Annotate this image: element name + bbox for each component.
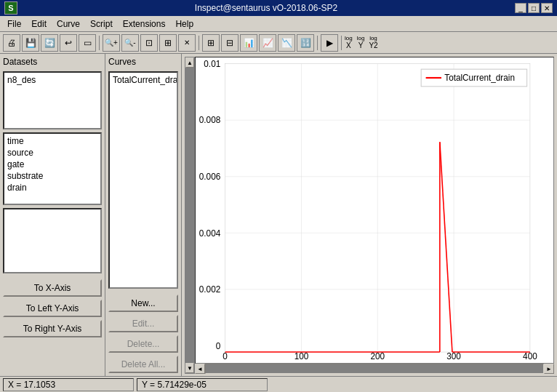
curve-buttons: New... Edit... Delete... Delete All... — [108, 295, 178, 373]
menu-extensions[interactable]: Extensions — [119, 17, 170, 31]
scroll-right-arrow[interactable]: ► — [544, 364, 554, 374]
plot-type-button[interactable]: ⊟ — [221, 34, 239, 52]
log-y2-button[interactable]: logY2 — [369, 36, 377, 50]
svg-text:0.002: 0.002 — [199, 284, 220, 295]
log-x-button[interactable]: logX — [345, 36, 353, 50]
dataset-extra-list[interactable] — [3, 208, 102, 273]
scroll-left-arrow[interactable]: ◄ — [195, 364, 205, 374]
refresh-button[interactable]: 🔄 — [41, 34, 58, 52]
scroll-track-v — [185, 68, 194, 363]
svg-text:0: 0 — [216, 341, 221, 351]
menu-edit[interactable]: Edit — [27, 17, 51, 31]
title-bar: S Inspect@sentaurus vO-2018.06-SP2 _ □ ✕ — [0, 0, 557, 16]
dataset-attributes-list[interactable]: time source gate substrate drain — [3, 132, 102, 205]
to-right-y-axis-button[interactable]: To Right Y-Axis — [3, 320, 102, 337]
vertical-scrollbar[interactable]: ▲ ▼ — [185, 57, 195, 374]
crosshair-button[interactable]: ✕ — [178, 34, 196, 52]
menu-file[interactable]: File — [3, 17, 25, 31]
line-chart-button[interactable]: 📈 — [259, 34, 276, 52]
sep1 — [99, 36, 100, 50]
toolbar: 🖨 💾 🔄 ↩ ▭ 🔍+ 🔍- ⊡ ⊞ ✕ ⊞ ⊟ 📊 📈 📉 🔢 ▶ logX… — [0, 32, 557, 54]
window-controls[interactable]: _ □ ✕ — [515, 3, 553, 13]
x-coordinate: X = 17.1053 — [3, 378, 134, 391]
to-x-axis-button[interactable]: To X-Axis — [3, 279, 102, 297]
maximize-button[interactable]: □ — [528, 3, 540, 13]
scroll-up-arrow[interactable]: ▲ — [185, 57, 194, 68]
chart-container: ▲ ▼ 0.01 0.008 0.006 0.004 0.002 — [182, 54, 557, 376]
attr-drain[interactable]: drain — [6, 182, 99, 193]
curves-panel: Curves TotalCurrent_drain New... Edit...… — [105, 54, 182, 376]
app-logo: S — [4, 1, 17, 15]
chart-area: ▲ ▼ 0.01 0.008 0.006 0.004 0.002 — [182, 54, 557, 376]
undo-button[interactable]: ↩ — [60, 34, 77, 52]
attr-source[interactable]: source — [6, 147, 99, 159]
zoom-in-button[interactable]: 🔍+ — [103, 34, 120, 52]
save-button[interactable]: 💾 — [22, 34, 39, 52]
scatter-button[interactable]: 📉 — [278, 34, 295, 52]
play-button[interactable]: ▶ — [321, 34, 338, 52]
delete-curve-button[interactable]: Delete... — [108, 335, 178, 353]
menu-curve[interactable]: Curve — [52, 17, 84, 31]
edit-curve-button[interactable]: Edit... — [108, 315, 178, 332]
chart-svg: 0.01 0.008 0.006 0.004 0.002 0 0 100 200… — [196, 57, 553, 363]
zoom-out-button[interactable]: 🔍- — [121, 34, 139, 52]
menu-bar: File Edit Curve Script Extensions Help — [0, 16, 557, 32]
curves-list[interactable]: TotalCurrent_drain — [108, 71, 178, 289]
grid-button[interactable]: ⊞ — [202, 34, 220, 52]
curves-label: Curves — [108, 57, 178, 67]
bar-chart-button[interactable]: 📊 — [240, 34, 257, 52]
sep3 — [317, 36, 318, 50]
curve-item[interactable]: TotalCurrent_drain — [111, 74, 175, 86]
dataset-item[interactable]: n8_des — [6, 74, 99, 86]
left-panel: Datasets n8_des time source gate substra… — [0, 54, 105, 376]
menu-script[interactable]: Script — [86, 17, 117, 31]
svg-text:TotalCurrent_drain: TotalCurrent_drain — [444, 73, 515, 83]
minimize-button[interactable]: _ — [515, 3, 526, 13]
y-coordinate: Y = 5.71429e-05 — [137, 378, 268, 391]
log-y-button[interactable]: logY — [357, 36, 365, 50]
sep4 — [341, 36, 342, 50]
status-bar: X = 17.1053 Y = 5.71429e-05 — [0, 376, 557, 392]
scroll-down-arrow[interactable]: ▼ — [185, 363, 194, 373]
chart-plot[interactable]: 0.01 0.008 0.006 0.004 0.002 0 0 100 200… — [195, 57, 554, 364]
to-left-y-axis-button[interactable]: To Left Y-Axis — [3, 300, 102, 317]
datasets-label: Datasets — [3, 57, 102, 67]
attr-gate[interactable]: gate — [6, 159, 99, 170]
attr-substrate[interactable]: substrate — [6, 170, 99, 182]
horizontal-scrollbar[interactable]: ◄ ► — [195, 364, 554, 374]
chart-inner: 0.01 0.008 0.006 0.004 0.002 0 0 100 200… — [195, 57, 554, 374]
close-button[interactable]: ✕ — [541, 3, 553, 13]
new-curve-button[interactable]: New... — [108, 295, 178, 312]
attr-time[interactable]: time — [6, 135, 99, 147]
data-table-button[interactable]: 🔢 — [297, 34, 314, 52]
main-content: Datasets n8_des time source gate substra… — [0, 54, 557, 376]
svg-text:0.01: 0.01 — [204, 59, 220, 69]
zoom-fit-button[interactable]: ⊡ — [140, 34, 158, 52]
svg-text:0.008: 0.008 — [199, 115, 221, 125]
axis-buttons: To X-Axis To Left Y-Axis To Right Y-Axis — [3, 279, 102, 337]
svg-text:0.004: 0.004 — [199, 228, 221, 239]
sep2 — [199, 36, 199, 50]
print-button[interactable]: 🖨 — [3, 34, 20, 52]
zoom-box-button[interactable]: ⊞ — [159, 34, 177, 52]
datasets-list[interactable]: n8_des — [3, 71, 102, 129]
scroll-track-h — [205, 364, 544, 374]
svg-text:0.006: 0.006 — [199, 172, 221, 182]
select-button[interactable]: ▭ — [79, 34, 96, 52]
menu-help[interactable]: Help — [171, 17, 198, 31]
delete-all-curves-button[interactable]: Delete All... — [108, 356, 178, 373]
window-title: Inspect@sentaurus vO-2018.06-SP2 — [17, 3, 515, 13]
